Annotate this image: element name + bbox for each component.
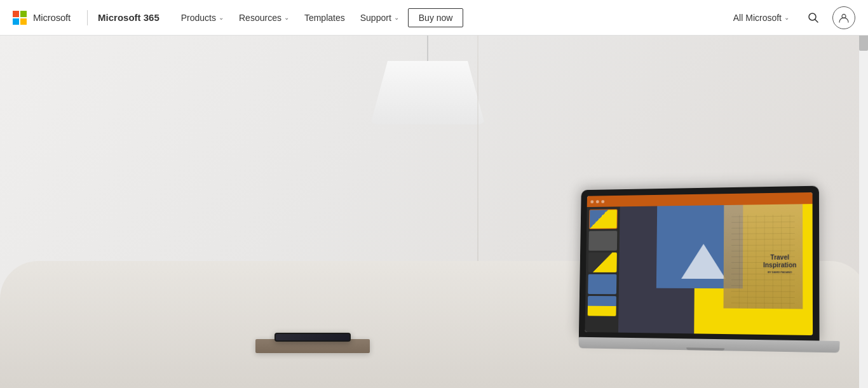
lamp-cord: [427, 36, 428, 61]
phone-device: [275, 333, 351, 342]
user-icon: [838, 12, 850, 23]
ppt-bar-dot-2: [596, 200, 599, 203]
lamp-shade: [370, 61, 485, 124]
laptop-lid: Travel Inspiration BY DAVID PAGANO: [579, 186, 820, 342]
support-chevron-icon: ⌄: [394, 14, 399, 21]
products-chevron-icon: ⌄: [219, 14, 224, 21]
nav-item-resources[interactable]: Resources ⌄: [233, 9, 295, 27]
scrollbar[interactable]: [859, 0, 868, 388]
ppt-slide-2[interactable]: [588, 231, 617, 250]
brand-divider: [87, 10, 88, 25]
search-button[interactable]: [802, 6, 825, 29]
logo-green-sq: [20, 11, 27, 17]
logo-yellow-sq: [20, 18, 27, 25]
slide-subtitle: BY DAVID PAGANO: [763, 271, 797, 274]
nav-templates-label: Templates: [304, 13, 345, 23]
user-account-button[interactable]: [832, 6, 855, 29]
ppt-bar-dot-3: [601, 200, 604, 203]
ppt-slides-panel: [585, 206, 620, 332]
ppt-slide-4[interactable]: [588, 274, 616, 295]
nav-item-support[interactable]: Support ⌄: [354, 9, 405, 27]
ppt-content: Travel Inspiration BY DAVID PAGANO: [585, 204, 813, 335]
svg-line-1: [815, 19, 818, 22]
nav-support-label: Support: [360, 13, 391, 23]
lamp-decoration: [370, 36, 485, 124]
laptop-screen-wrapper: Travel Inspiration BY DAVID PAGANO: [579, 186, 820, 353]
ppt-main-slide: Travel Inspiration BY DAVID PAGANO: [618, 204, 813, 335]
phone-notebook-group: [255, 339, 370, 353]
microsoft-logo: [13, 11, 27, 25]
logo-red-sq: [13, 11, 19, 17]
all-microsoft-label: All Microsoft: [733, 13, 782, 23]
slide-triangle-shape: [681, 243, 726, 278]
brand-microsoft-text: Microsoft: [33, 12, 71, 23]
ppt-slide-5[interactable]: [588, 296, 616, 316]
nav-products-label: Products: [181, 13, 216, 23]
all-microsoft-chevron-icon: ⌄: [784, 14, 789, 21]
slide-title-text: Travel Inspiration BY DAVID PAGANO: [763, 253, 797, 274]
nav-item-products[interactable]: Products ⌄: [175, 9, 230, 27]
slide-title-line1: Travel: [763, 253, 796, 261]
brand-365-text: Microsoft 365: [98, 12, 159, 23]
brand-logo-link[interactable]: Microsoft: [13, 11, 71, 25]
ppt-bar-dot-1: [590, 200, 593, 203]
navbar: Microsoft Microsoft 365 Products ⌄ Resou…: [0, 0, 868, 36]
nav-right-section: All Microsoft ⌄: [728, 6, 855, 29]
nav-resources-label: Resources: [239, 13, 281, 23]
nav-menu: Products ⌄ Resources ⌄ Templates Support…: [175, 8, 728, 27]
all-microsoft-button[interactable]: All Microsoft ⌄: [728, 9, 794, 27]
laptop-device: Travel Inspiration BY DAVID PAGANO: [576, 187, 830, 350]
logo-blue-sq: [13, 18, 19, 25]
hero-section: Travel Inspiration BY DAVID PAGANO: [0, 36, 868, 388]
laptop-screen: Travel Inspiration BY DAVID PAGANO: [585, 192, 813, 335]
resources-chevron-icon: ⌄: [284, 14, 289, 21]
wall-corner-decoration: [477, 36, 478, 300]
ppt-slide-1[interactable]: [589, 209, 618, 229]
nav-item-templates[interactable]: Templates: [298, 9, 351, 27]
buy-now-button[interactable]: Buy now: [408, 8, 464, 27]
slide-title-line2: Inspiration: [763, 262, 797, 269]
ppt-slide-3[interactable]: [588, 253, 617, 272]
search-icon: [808, 12, 819, 23]
